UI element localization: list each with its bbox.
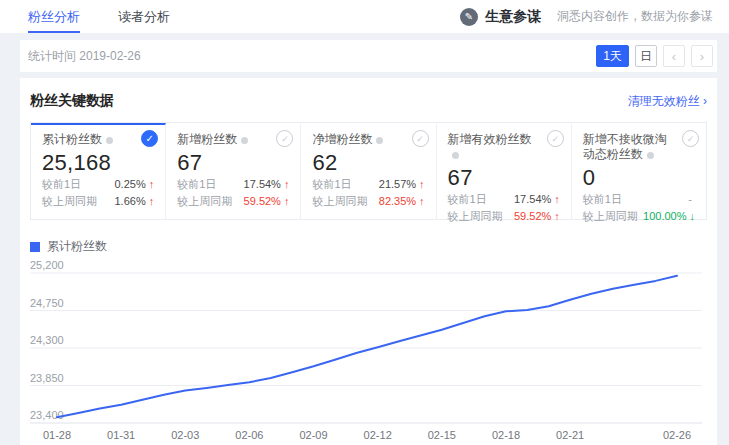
y-axis-tick-label: 24,300 [30, 334, 64, 346]
main-panel: 粉丝关键数据 清理无效粉丝 › ✓ 累计粉丝数 25,168 较前1日0.25%… [20, 78, 717, 445]
info-dot-icon [376, 137, 383, 144]
fans-trend-chart: 23,40023,85024,30024,75025,20001-2801-31… [30, 259, 717, 445]
trend-arrow-icon: ↑ [149, 176, 155, 193]
pen-circle-icon: ✎ [460, 8, 478, 26]
info-dot-icon [452, 152, 459, 159]
trend-arrow-icon: ↑ [419, 176, 425, 193]
info-dot-icon [647, 152, 654, 159]
unit-day-button[interactable]: 日 [635, 45, 657, 67]
trend-arrow-icon: ↑ [554, 208, 560, 225]
y-axis-tick-label: 23,850 [30, 372, 64, 384]
stat-value: 1.66% [115, 193, 146, 210]
metric-card-title: 净增粉丝数 [312, 132, 372, 146]
metric-card-title: 新增不接收微淘动态粉丝数 [583, 132, 667, 161]
x-axis-tick-label: 02-06 [235, 429, 263, 441]
stat-value: 59.52% [244, 193, 281, 210]
metric-card-stats: 较前1日0.25%↑ 较上周同期1.66%↑ [42, 176, 154, 210]
metric-card-title: 累计粉丝数 [42, 132, 102, 146]
metric-card-new-no-weitao-fans[interactable]: ✓ 新增不接收微淘动态粉丝数 0 较前1日- 较上周同期100.00%↓ [572, 123, 706, 219]
check-circle-icon[interactable]: ✓ [141, 130, 158, 147]
x-axis-tick-label: 02-03 [171, 429, 199, 441]
trend-arrow-icon: ↑ [554, 191, 560, 208]
metric-card-stats: 较前1日17.54%↑ 较上周同期59.52%↑ [177, 176, 289, 210]
check-circle-icon[interactable]: ✓ [412, 130, 429, 147]
top-tab-bar: 粉丝分析 读者分析 ✎ 生意参谋 洞悉内容创作，数据为你参谋 [0, 0, 729, 33]
stat-value: 21.57% [379, 176, 416, 193]
trend-arrow-icon: ↑ [284, 193, 290, 210]
trend-arrow-icon: ↑ [284, 176, 290, 193]
metric-card-value: 67 [177, 150, 289, 176]
stat-value: - [688, 191, 692, 208]
metric-card-title: 新增粉丝数 [177, 132, 237, 146]
stat-value: 17.54% [244, 176, 281, 193]
metric-card-net-fans[interactable]: ✓ 净增粉丝数 62 较前1日21.57%↑ 较上周同期82.35%↑ [301, 123, 436, 219]
stat-value: 82.35% [379, 193, 416, 210]
metric-card-new-valid-fans[interactable]: ✓ 新增有效粉丝数 67 较前1日17.54%↑ 较上周同期59.52%↑ [437, 123, 572, 219]
metric-card-stats: 较前1日21.57%↑ 较上周同期82.35%↑ [312, 176, 424, 210]
metric-card-value: 67 [448, 165, 560, 191]
brand-name[interactable]: 生意参谋 [485, 8, 541, 26]
trend-arrow-icon: ↓ [690, 208, 696, 225]
range-1day-button[interactable]: 1天 [596, 45, 629, 67]
x-axis-tick-label: 02-09 [299, 429, 327, 441]
next-date-button[interactable]: › [691, 45, 713, 67]
trend-arrow-icon: ↑ [419, 193, 425, 210]
prev-date-button[interactable]: ‹ [663, 45, 685, 67]
metric-card-value: 25,168 [42, 150, 154, 176]
x-axis-tick-label: 02-26 [663, 429, 691, 441]
brand-slogan: 洞悉内容创作，数据为你参谋 [557, 8, 713, 25]
check-circle-icon[interactable]: ✓ [682, 130, 699, 147]
stat-label: 较前1日 [448, 191, 487, 208]
trend-arrow-icon: ↑ [149, 193, 155, 210]
metric-card-new-fans[interactable]: ✓ 新增粉丝数 67 较前1日17.54%↑ 较上周同期59.52%↑ [166, 123, 301, 219]
y-axis-tick-label: 25,200 [30, 259, 64, 271]
stat-label: 较上周同期 [312, 193, 367, 210]
legend-label: 累计粉丝数 [47, 238, 107, 255]
metric-card-stats: 较前1日- 较上周同期100.00%↓ [583, 191, 695, 225]
brand-area: ✎ 生意参谋 洞悉内容创作，数据为你参谋 [460, 0, 713, 33]
separator-band [0, 33, 729, 40]
page-right-margin [717, 33, 729, 445]
clean-invalid-fans-link[interactable]: 清理无效粉丝 › [628, 93, 707, 110]
chart-legend-cumulative-fans[interactable]: 累计粉丝数 [30, 238, 717, 255]
x-axis-tick-label: 02-18 [492, 429, 520, 441]
stat-value: 17.54% [514, 191, 551, 208]
stat-label: 较前1日 [42, 176, 81, 193]
stat-time-label: 统计时间 2019-02-26 [28, 48, 141, 65]
legend-swatch-icon [30, 242, 40, 252]
metric-card-stats: 较前1日17.54%↑ 较上周同期59.52%↑ [448, 191, 560, 225]
metric-cards: ✓ 累计粉丝数 25,168 较前1日0.25%↑ 较上周同期1.66%↑ ✓ … [30, 122, 707, 220]
tab-fan-analysis[interactable]: 粉丝分析 [28, 0, 80, 33]
stat-label: 较上周同期 [177, 193, 232, 210]
stat-label: 较上周同期 [42, 193, 97, 210]
tab-reader-analysis[interactable]: 读者分析 [118, 0, 170, 33]
section-header: 粉丝关键数据 清理无效粉丝 › [20, 78, 717, 110]
check-circle-icon[interactable]: ✓ [276, 130, 293, 147]
x-axis-tick-label: 02-21 [556, 429, 584, 441]
metric-card-cumulative-fans[interactable]: ✓ 累计粉丝数 25,168 较前1日0.25%↑ 较上周同期1.66%↑ [31, 123, 166, 219]
line-chart-svg: 23,40023,85024,30024,75025,20001-2801-31… [30, 259, 720, 444]
stat-label: 较前1日 [312, 176, 351, 193]
info-dot-icon [106, 137, 113, 144]
toolbar: 统计时间 2019-02-26 1天 日 ‹ › [20, 40, 717, 72]
section-title: 粉丝关键数据 [30, 92, 114, 110]
stat-label: 较上周同期 [448, 208, 503, 225]
x-axis-tick-label: 01-28 [43, 429, 71, 441]
info-dot-icon [241, 137, 248, 144]
stat-value: 59.52% [514, 208, 551, 225]
y-axis-tick-label: 24,750 [30, 297, 64, 309]
page-left-margin [0, 33, 20, 445]
check-circle-icon[interactable]: ✓ [547, 130, 564, 147]
x-axis-tick-label: 02-12 [364, 429, 392, 441]
y-axis-tick-label: 23,400 [30, 409, 64, 421]
metric-card-value: 62 [312, 150, 424, 176]
metric-card-title: 新增有效粉丝数 [448, 132, 532, 146]
x-axis-tick-label: 01-31 [107, 429, 135, 441]
x-axis-tick-label: 02-15 [428, 429, 456, 441]
stat-value: 0.25% [115, 176, 146, 193]
stat-label: 较前1日 [177, 176, 216, 193]
stat-value: 100.00% [643, 208, 686, 225]
cumulative-fans-line [57, 276, 677, 418]
stat-label: 较前1日 [583, 191, 622, 208]
stat-label: 较上周同期 [583, 208, 638, 225]
